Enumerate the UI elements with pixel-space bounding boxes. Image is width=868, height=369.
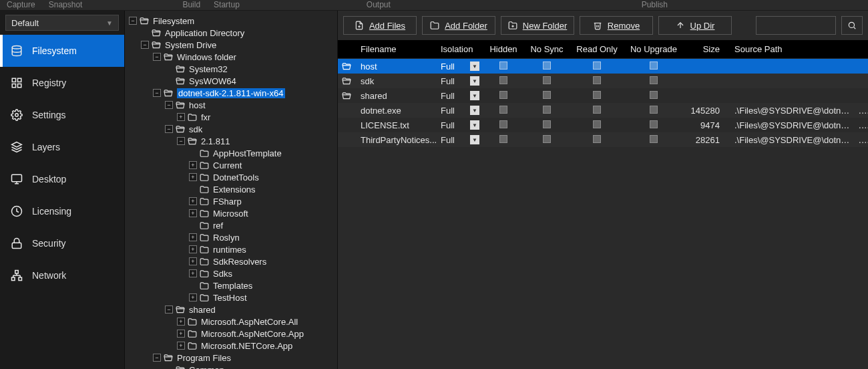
tree-item[interactable]: +Microsoft: [125, 207, 337, 219]
noupgrade-checkbox[interactable]: [650, 76, 658, 84]
table-row[interactable]: LICENSE.txt Full▼ 9474 .\Files\@SYSDRIVE…: [338, 118, 868, 132]
cell-isolation[interactable]: Full▼: [437, 135, 483, 145]
new-folder-button[interactable]: New Folder: [501, 16, 574, 35]
tab-publish[interactable]: Publish: [635, 0, 674, 9]
tree-item[interactable]: +Roslyn: [125, 231, 337, 243]
chevron-down-icon[interactable]: ▼: [470, 120, 479, 130]
tab-capture[interactable]: Capture: [0, 0, 42, 9]
tree-item[interactable]: +fxr: [125, 111, 337, 123]
hidden-checkbox[interactable]: [499, 120, 507, 128]
chevron-down-icon[interactable]: ▼: [470, 135, 479, 144]
expand-icon[interactable]: +: [189, 257, 197, 265]
collapse-icon[interactable]: −: [129, 17, 137, 25]
tree-item[interactable]: −sdk: [125, 123, 337, 135]
tree-item[interactable]: +Microsoft.NETCore.App: [125, 340, 337, 352]
chevron-down-icon[interactable]: ▼: [470, 62, 479, 71]
tree-item[interactable]: −shared: [125, 303, 337, 316]
tab-output[interactable]: Output: [360, 0, 397, 9]
tree-item[interactable]: System32: [125, 63, 337, 75]
tree-item[interactable]: +SdkResolvers: [125, 255, 337, 267]
expand-icon[interactable]: +: [177, 342, 185, 350]
tab-build[interactable]: Build: [176, 0, 207, 9]
tree-item[interactable]: +TestHost: [125, 291, 337, 303]
sidebar-item-security[interactable]: Security: [0, 227, 124, 259]
readonly-checkbox[interactable]: [593, 76, 601, 84]
collapse-icon[interactable]: −: [153, 89, 161, 97]
tab-snapshot[interactable]: Snapshot: [42, 0, 89, 9]
expand-icon[interactable]: +: [189, 245, 197, 253]
sidebar-item-filesystem[interactable]: Filesystem: [0, 35, 124, 67]
tree-item[interactable]: AppHostTemplate: [125, 147, 337, 159]
readonly-checkbox[interactable]: [593, 120, 601, 128]
hidden-checkbox[interactable]: [499, 62, 507, 70]
col-readonly[interactable]: Read Only: [570, 44, 624, 54]
noupgrade-checkbox[interactable]: [650, 106, 658, 114]
collapse-icon[interactable]: −: [153, 53, 161, 61]
profile-select[interactable]: Default ▼: [5, 15, 119, 31]
tree-item[interactable]: +Current: [125, 159, 337, 171]
hidden-checkbox[interactable]: [499, 91, 507, 99]
expand-icon[interactable]: +: [189, 293, 197, 301]
col-size[interactable]: Size: [684, 44, 724, 54]
col-isolation[interactable]: Isolation: [437, 44, 483, 54]
tree-item[interactable]: −Program Files: [125, 352, 337, 364]
readonly-checkbox[interactable]: [593, 106, 601, 114]
expand-icon[interactable]: +: [189, 161, 197, 169]
collapse-icon[interactable]: −: [141, 41, 149, 49]
sidebar-item-settings[interactable]: Settings: [0, 99, 124, 131]
table-row[interactable]: shared Full▼: [338, 88, 868, 103]
tree-item[interactable]: Templates: [125, 279, 337, 291]
cell-isolation[interactable]: Full▼: [437, 76, 483, 86]
collapse-icon[interactable]: −: [177, 137, 185, 145]
chevron-down-icon[interactable]: ▼: [470, 106, 479, 115]
noupgrade-checkbox[interactable]: [650, 62, 658, 70]
sidebar-item-registry[interactable]: Registry: [0, 67, 124, 99]
filesystem-tree[interactable]: −FilesystemApplication Directory−System …: [125, 11, 338, 369]
tree-item[interactable]: −2.1.811: [125, 135, 337, 147]
expand-icon[interactable]: +: [189, 209, 197, 217]
sidebar-item-layers[interactable]: Layers: [0, 131, 124, 163]
tree-item[interactable]: −Windows folder: [125, 51, 337, 63]
sidebar-item-desktop[interactable]: Desktop: [0, 163, 124, 195]
tree-item[interactable]: +FSharp: [125, 195, 337, 207]
remove-button[interactable]: Remove: [580, 16, 653, 35]
nosync-checkbox[interactable]: [543, 135, 551, 143]
sidebar-item-network[interactable]: Network: [0, 259, 124, 291]
tree-item[interactable]: Common: [125, 364, 337, 369]
tree-item[interactable]: Extensions: [125, 183, 337, 195]
nosync-checkbox[interactable]: [543, 120, 551, 128]
col-nosync[interactable]: No Sync: [523, 44, 570, 54]
noupgrade-checkbox[interactable]: [650, 135, 658, 143]
nosync-checkbox[interactable]: [543, 91, 551, 99]
sidebar-item-licensing[interactable]: Licensing: [0, 195, 124, 227]
add-folder-button[interactable]: Add Folder: [422, 16, 495, 35]
tree-item[interactable]: +runtimes: [125, 243, 337, 255]
table-row[interactable]: dotnet.exe Full▼ 145280 .\Files\@SYSDRIV…: [338, 103, 868, 118]
collapse-icon[interactable]: −: [153, 354, 161, 362]
expand-icon[interactable]: +: [189, 233, 197, 241]
tree-item[interactable]: Application Directory: [125, 27, 337, 39]
hidden-checkbox[interactable]: [499, 106, 507, 114]
tree-item[interactable]: +DotnetTools: [125, 171, 337, 183]
tab-startup[interactable]: Startup: [207, 0, 246, 9]
col-sourcepath[interactable]: Source Path: [724, 44, 855, 54]
cell-isolation[interactable]: Full▼: [437, 91, 483, 101]
noupgrade-checkbox[interactable]: [650, 120, 658, 128]
nosync-checkbox[interactable]: [543, 62, 551, 70]
collapse-icon[interactable]: −: [165, 305, 173, 314]
hidden-checkbox[interactable]: [499, 76, 507, 84]
noupgrade-checkbox[interactable]: [650, 91, 658, 99]
tree-item[interactable]: SysWOW64: [125, 75, 337, 87]
chevron-down-icon[interactable]: ▼: [470, 76, 479, 86]
up-dir-button[interactable]: Up Dir: [658, 16, 732, 35]
table-row[interactable]: ThirdPartyNotices.... Full▼ 28261 .\File…: [338, 132, 868, 147]
collapse-icon[interactable]: −: [165, 101, 173, 109]
tree-item[interactable]: −System Drive: [125, 39, 337, 51]
tree-item[interactable]: +Microsoft.AspNetCore.App: [125, 328, 337, 340]
readonly-checkbox[interactable]: [593, 135, 601, 143]
nosync-checkbox[interactable]: [543, 76, 551, 84]
search-button[interactable]: [841, 16, 863, 35]
tree-item[interactable]: −Filesystem: [125, 15, 337, 27]
cell-isolation[interactable]: Full▼: [437, 62, 483, 72]
table-row[interactable]: sdk Full▼: [338, 74, 868, 88]
